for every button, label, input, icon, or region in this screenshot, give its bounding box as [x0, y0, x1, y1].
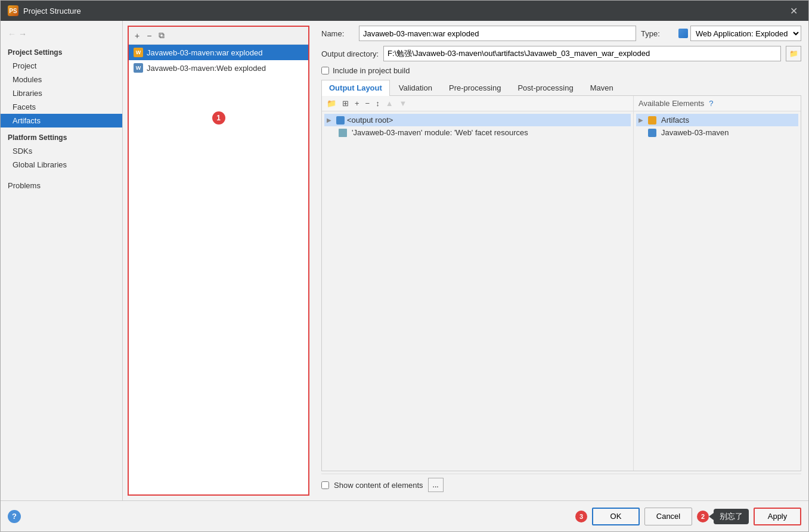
footer-left: ?: [8, 510, 21, 523]
output-remove-btn[interactable]: −: [363, 98, 373, 109]
available-elements-header: Available Elements ?: [634, 96, 801, 111]
remove-artifact-button[interactable]: −: [144, 30, 154, 42]
reminder-badge: 别忘了: [714, 509, 749, 524]
include-in-build-label: Include in project build: [333, 66, 410, 75]
footer: ? 3 OK Cancel 2 别忘了 Apply: [1, 500, 808, 531]
sidebar-item-artifacts[interactable]: Artifacts: [1, 114, 122, 127]
step-badge-1: 1: [212, 111, 225, 125]
dialog-title: Project Structure: [23, 7, 81, 15]
sidebar-item-libraries[interactable]: Libraries: [1, 86, 122, 100]
sidebar-item-facets[interactable]: Facets: [1, 100, 122, 114]
detail-panel: Name: Type: Web Application: Exploded Ou…: [314, 21, 808, 500]
ok-button[interactable]: OK: [592, 508, 640, 525]
name-row: Name: Type: Web Application: Exploded: [321, 26, 801, 41]
tab-output-layout[interactable]: Output Layout: [321, 80, 390, 96]
tabs-bar: Output Layout Validation Pre-processing …: [321, 80, 801, 96]
include-in-build-row: Include in project build: [321, 66, 801, 75]
name-input[interactable]: [359, 26, 636, 41]
sidebar-item-global-libraries[interactable]: Global Libraries: [1, 158, 122, 172]
available-elements-help[interactable]: ?: [709, 99, 713, 108]
badge-1-container: 1: [129, 76, 308, 125]
artifact-item-1[interactable]: W Javaweb-03-maven:Web exploded: [129, 60, 308, 76]
tab-validation[interactable]: Validation: [391, 80, 440, 95]
output-down-btn[interactable]: ▼: [397, 98, 410, 109]
sidebar-item-project[interactable]: Project: [1, 59, 122, 73]
war-icon: W: [134, 48, 143, 57]
copy-artifact-button[interactable]: ⧉: [156, 29, 167, 42]
close-button[interactable]: ✕: [786, 4, 801, 18]
avail-item-artifacts[interactable]: ▶ Artifacts: [636, 114, 798, 126]
three-dots-button[interactable]: ...: [428, 478, 444, 492]
avail-expand-arrow: ▶: [638, 117, 646, 123]
tab-maven[interactable]: Maven: [582, 80, 621, 95]
web-icon: W: [134, 63, 143, 73]
avail-item-module[interactable]: Javaweb-03-maven: [636, 126, 798, 139]
web-facet-file-icon: [339, 129, 347, 137]
artifact-list: W Javaweb-03-maven:war exploded W Javawe…: [129, 45, 308, 494]
artifact-list-panel: + − ⧉ W Javaweb-03-maven:war exploded W …: [128, 26, 309, 496]
output-root-icon: [336, 116, 345, 125]
forward-arrow[interactable]: →: [18, 29, 27, 39]
platform-settings-header: Platform Settings: [1, 130, 122, 144]
project-settings-header: Project Settings: [1, 45, 122, 59]
sidebar-item-sdks[interactable]: SDKs: [1, 144, 122, 158]
tab-pre-processing[interactable]: Pre-processing: [441, 80, 509, 95]
name-label: Name:: [321, 29, 354, 38]
type-icon: [678, 29, 688, 38]
tree-item-output-root[interactable]: ▶ <output root>: [324, 114, 631, 126]
title-bar-left: PS Project Structure: [8, 5, 81, 16]
type-select[interactable]: Web Application: Exploded: [690, 26, 801, 41]
include-in-build-checkbox[interactable]: [321, 67, 329, 74]
sidebar: ← → Project Settings Project Modules Lib…: [1, 21, 123, 500]
step-badge-2: 2: [697, 511, 709, 522]
avail-module-icon: [648, 129, 656, 137]
app-icon: PS: [8, 5, 18, 16]
output-tree-toolbar: 📁 ⊞ + − ↕ ▲ ▼: [322, 96, 633, 111]
project-structure-dialog: PS Project Structure ✕ ← → Project Setti…: [0, 0, 809, 532]
footer-right: 3 OK Cancel 2 别忘了 Apply: [575, 508, 801, 525]
step-badge-3: 3: [575, 511, 587, 522]
output-tree: ▶ <output root> 'Javaweb-03-maven' modul…: [322, 111, 633, 471]
avail-artifacts-icon: [648, 116, 656, 125]
browse-dir-button[interactable]: 📁: [786, 46, 801, 61]
output-tree-panel: 📁 ⊞ + − ↕ ▲ ▼ ▶ <output r: [322, 96, 634, 471]
title-bar: PS Project Structure ✕: [1, 1, 808, 21]
available-elements-panel: Available Elements ? ▶ Artifacts: [634, 96, 801, 471]
tab-post-processing[interactable]: Post-processing: [510, 80, 581, 95]
output-grid-btn[interactable]: ⊞: [340, 98, 351, 109]
artifact-toolbar: + − ⧉: [129, 27, 308, 45]
artifact-item-0[interactable]: W Javaweb-03-maven:war exploded: [129, 45, 308, 60]
output-add-btn[interactable]: +: [352, 98, 362, 109]
back-arrow[interactable]: ←: [8, 29, 16, 39]
cancel-button[interactable]: Cancel: [644, 508, 692, 525]
nav-arrows: ← →: [1, 26, 122, 42]
tree-item-web-facet[interactable]: 'Javaweb-03-maven' module: 'Web' facet r…: [324, 126, 631, 139]
output-up-btn[interactable]: ▲: [383, 98, 396, 109]
output-sort-btn[interactable]: ↕: [373, 98, 382, 109]
tree-expand-arrow: ▶: [327, 117, 334, 123]
output-dir-input[interactable]: [383, 46, 781, 61]
content-area: ← → Project Settings Project Modules Lib…: [1, 21, 808, 500]
available-tree: ▶ Artifacts Javaweb-03-maven: [634, 111, 801, 471]
apply-button[interactable]: Apply: [754, 508, 801, 525]
output-folder-btn[interactable]: 📁: [324, 98, 339, 109]
detail-bottom: Show content of elements ...: [321, 474, 801, 496]
sidebar-item-modules[interactable]: Modules: [1, 73, 122, 86]
output-layout-panel: 📁 ⊞ + − ↕ ▲ ▼ ▶ <output r: [321, 96, 801, 471]
output-dir-label: Output directory:: [321, 49, 379, 58]
sidebar-item-problems[interactable]: Problems: [1, 179, 122, 192]
add-artifact-button[interactable]: +: [132, 30, 142, 42]
help-button[interactable]: ?: [8, 510, 21, 523]
type-label: Type:: [641, 29, 674, 38]
main-panel: + − ⧉ W Javaweb-03-maven:war exploded W …: [123, 21, 808, 500]
show-content-checkbox[interactable]: [321, 481, 329, 489]
type-select-wrapper: Web Application: Exploded: [678, 26, 801, 41]
show-content-label: Show content of elements: [334, 481, 423, 490]
output-dir-row: Output directory: 📁: [321, 46, 801, 61]
